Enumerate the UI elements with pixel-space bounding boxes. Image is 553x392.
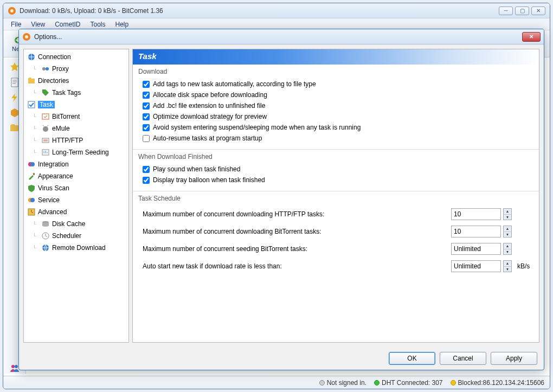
service-icon bbox=[27, 196, 36, 204]
svg-rect-14 bbox=[42, 138, 49, 143]
tree-scheduler[interactable]: Scheduler bbox=[24, 230, 128, 242]
options-icon bbox=[22, 33, 31, 41]
minimize-button[interactable]: ─ bbox=[499, 7, 513, 15]
svg-point-10 bbox=[46, 67, 49, 70]
dialog-titlebar: Options... ✕ bbox=[19, 29, 544, 44]
svg-point-1 bbox=[10, 9, 14, 12]
spinner-autostart[interactable]: ▲▼ bbox=[503, 260, 512, 272]
spinner-max-bt[interactable]: ▲▼ bbox=[503, 226, 512, 237]
status-dht: DHT Connected: 307 bbox=[374, 379, 443, 387]
tree-integration[interactable]: Integration bbox=[24, 158, 128, 170]
seed-icon bbox=[41, 148, 50, 157]
checkbox-tags[interactable] bbox=[143, 81, 150, 88]
group-schedule: Task Schedule Maximum number of concurre… bbox=[133, 191, 539, 280]
close-button[interactable]: ✕ bbox=[531, 7, 545, 15]
task-icon bbox=[27, 100, 36, 109]
checkbox-optimize[interactable] bbox=[143, 113, 150, 120]
maximize-button[interactable]: ▢ bbox=[515, 7, 529, 15]
remote-icon bbox=[41, 243, 50, 252]
cancel-button[interactable]: Cancel bbox=[440, 352, 486, 365]
tree-appearance[interactable]: Appearance bbox=[24, 170, 128, 182]
options-dialog: Options... ✕ Connection Proxy Directorie… bbox=[18, 29, 544, 370]
ok-button[interactable]: OK bbox=[389, 352, 435, 365]
statusbar: Not signed in. DHT Connected: 307 Blocke… bbox=[3, 376, 550, 389]
tree-tasktags[interactable]: Task Tags bbox=[24, 87, 128, 99]
group-finished-title: When Download Finished bbox=[138, 153, 533, 160]
label-suspend[interactable]: Avoid system entering suspend/sleeping m… bbox=[153, 124, 361, 131]
group-download: Download Add tags to new task automatica… bbox=[133, 65, 539, 150]
tree-advanced[interactable]: Advanced bbox=[24, 206, 128, 218]
window-controls: ─ ▢ ✕ bbox=[499, 7, 545, 15]
spinner-max-http[interactable]: ▲▼ bbox=[503, 208, 512, 220]
input-max-http[interactable] bbox=[451, 208, 501, 220]
checkbox-sound[interactable] bbox=[143, 166, 150, 173]
apply-button[interactable]: Apply bbox=[491, 352, 537, 365]
label-sound[interactable]: Play sound when task finished bbox=[153, 165, 240, 173]
label-max-http: Maximum number of concurrent downloading… bbox=[143, 210, 451, 218]
svg-point-13 bbox=[43, 126, 48, 132]
checkbox-suspend[interactable] bbox=[143, 124, 150, 131]
input-max-seed[interactable] bbox=[451, 243, 501, 255]
tree-service[interactable]: Service bbox=[24, 194, 128, 206]
globe-icon bbox=[27, 53, 36, 61]
tree-emule[interactable]: eMule bbox=[24, 123, 128, 134]
tree-connection[interactable]: Connection bbox=[24, 51, 128, 63]
svg-rect-3 bbox=[11, 78, 18, 87]
emule-icon bbox=[41, 124, 50, 133]
http-icon bbox=[41, 136, 50, 145]
checkbox-bcext[interactable] bbox=[143, 102, 150, 110]
folder-tree-icon bbox=[27, 76, 36, 85]
tree-remote[interactable]: Remote Download bbox=[24, 242, 128, 254]
window-title: Download: 0 kB/s, Upload: 0 kB/s - BitCo… bbox=[20, 7, 499, 15]
label-autostart: Auto start new task if download rate is … bbox=[143, 262, 451, 270]
panel-header: Task bbox=[133, 49, 539, 65]
label-bcext[interactable]: Add .bc! file extension to unfinished fi… bbox=[153, 102, 265, 110]
green-dot-icon bbox=[374, 380, 380, 385]
tree-task[interactable]: Task bbox=[24, 99, 128, 111]
tree-diskcache[interactable]: Disk Cache bbox=[24, 218, 128, 230]
checkbox-allocate[interactable] bbox=[143, 92, 150, 99]
clock-icon bbox=[41, 232, 50, 240]
spinner-max-seed[interactable]: ▲▼ bbox=[503, 243, 512, 255]
tree-directories[interactable]: Directories bbox=[24, 75, 128, 87]
tag-icon bbox=[41, 88, 50, 97]
label-allocate[interactable]: Allocate disk space before downloading bbox=[153, 91, 267, 99]
status-blocked: Blocked:86.120.134.24:15606 bbox=[451, 379, 544, 387]
disk-icon bbox=[41, 220, 50, 228]
label-tags[interactable]: Add tags to new task automatically, acco… bbox=[153, 80, 316, 88]
svg-point-17 bbox=[30, 162, 35, 166]
input-max-bt[interactable] bbox=[451, 226, 501, 237]
menu-help[interactable]: Help bbox=[111, 20, 133, 29]
integration-icon bbox=[27, 160, 36, 169]
svg-rect-12 bbox=[42, 114, 49, 119]
label-balloon[interactable]: Display tray balloon when task finished bbox=[153, 176, 265, 184]
dialog-body: Connection Proxy Directories Task Tags T… bbox=[19, 44, 544, 347]
menu-file[interactable]: File bbox=[7, 20, 25, 29]
svg-rect-11 bbox=[28, 101, 35, 108]
app-icon bbox=[8, 7, 16, 15]
label-max-seed: Maximum number of concurrent seeding Bit… bbox=[143, 245, 451, 253]
options-tree: Connection Proxy Directories Task Tags T… bbox=[23, 49, 129, 343]
checkbox-autoresume[interactable] bbox=[143, 135, 150, 142]
tree-longterm[interactable]: Long-Term Seeding bbox=[24, 146, 128, 158]
label-max-bt: Maximum number of concurrent downloading… bbox=[143, 228, 451, 235]
tree-bittorrent[interactable]: BitTorrent bbox=[24, 111, 128, 123]
svg-point-4 bbox=[11, 365, 15, 368]
shield-icon bbox=[27, 184, 36, 192]
label-optimize[interactable]: Optimize download strategy for preview bbox=[153, 113, 267, 120]
group-finished: When Download Finished Play sound when t… bbox=[133, 150, 539, 191]
proxy-icon bbox=[41, 65, 50, 73]
input-autostart[interactable] bbox=[451, 260, 501, 272]
tree-httpftp[interactable]: HTTP/FTP bbox=[24, 134, 128, 146]
unit-kbs: kB/s bbox=[517, 262, 533, 270]
menu-cometid[interactable]: CometID bbox=[50, 20, 85, 29]
menu-view[interactable]: View bbox=[27, 20, 49, 29]
dialog-close-button[interactable]: ✕ bbox=[522, 32, 541, 42]
grey-dot-icon bbox=[319, 380, 325, 385]
menu-tools[interactable]: Tools bbox=[86, 20, 110, 29]
tree-virus[interactable]: Virus Scan bbox=[24, 182, 128, 194]
tree-proxy[interactable]: Proxy bbox=[24, 63, 128, 75]
bt-icon bbox=[41, 112, 50, 121]
label-autoresume[interactable]: Auto-resume tasks at program startup bbox=[153, 134, 262, 142]
checkbox-balloon[interactable] bbox=[143, 177, 150, 184]
